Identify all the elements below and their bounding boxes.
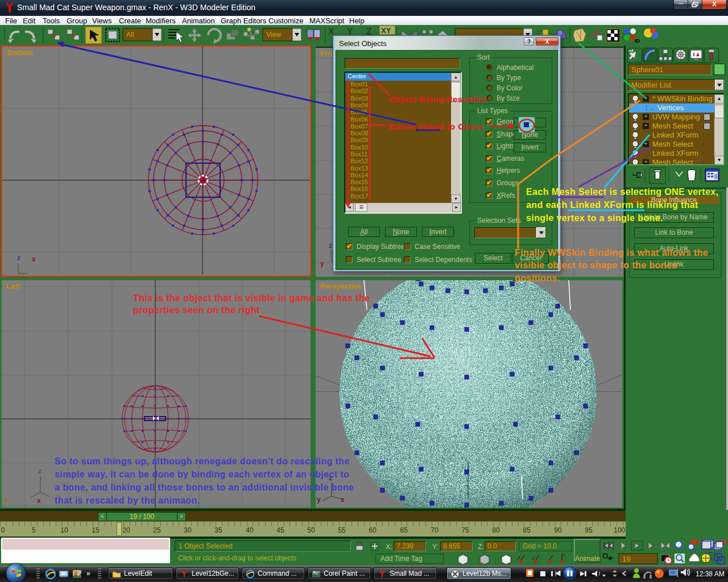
svg-text:ID: ID — [635, 38, 640, 44]
svg-text:z: z — [38, 467, 42, 475]
svg-text:z: z — [17, 254, 20, 262]
svg-text:All: All — [126, 31, 134, 39]
svg-text:»: » — [86, 569, 90, 577]
svg-text:y: y — [317, 496, 321, 504]
svg-text:y: y — [5, 496, 9, 504]
svg-text:y: y — [320, 260, 324, 268]
svg-text:19: 19 — [622, 555, 630, 563]
svg-text:z: z — [329, 242, 332, 250]
svg-text:12:38 AM: 12:38 AM — [696, 570, 725, 578]
svg-text:x: x — [32, 255, 36, 263]
svg-text:x: x — [37, 497, 41, 505]
svg-text:XY: XY — [381, 26, 391, 35]
svg-text:View: View — [266, 31, 281, 39]
